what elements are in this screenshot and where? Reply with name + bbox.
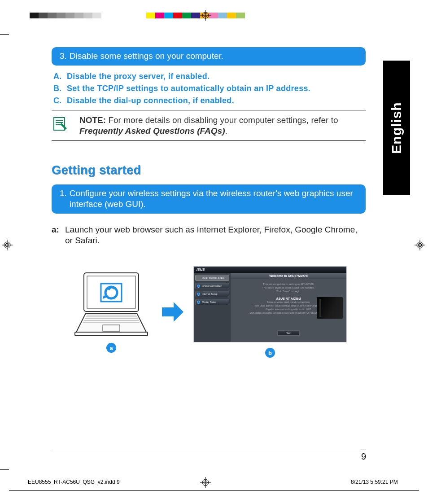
substep-a: A.Disable the proxy server, if enabled. (53, 72, 366, 81)
laptop-illustration (70, 271, 152, 337)
slug-file: EEU8555_RT-AC56U_QSG_v2.indd 9 (28, 479, 120, 485)
figure-a-badge: a (106, 343, 116, 353)
wizard-router-image (317, 297, 343, 319)
note-label: NOTE: (79, 115, 106, 125)
substep-b: B.Set the TCP/IP settings to automatical… (53, 84, 366, 93)
indesign-slug: EEU8555_RT-AC56U_QSG_v2.indd 9 8/21/13 5… (28, 479, 120, 485)
substep-list: A.Disable the proxy server, if enabled. … (53, 72, 366, 105)
step-3-text: Disable some settings on your computer. (70, 51, 358, 61)
step-3: 3. Disable some settings on your compute… (52, 47, 366, 66)
wizard-nav-item[interactable]: Quick Internet Setup (195, 275, 229, 281)
language-tab: English (383, 61, 410, 195)
step-1: 1. Configure your wireless settings via … (52, 184, 366, 214)
wizard-main: Welcome to Setup Wizard This wizard guid… (231, 273, 346, 342)
substep-1a-text: Launch your web browser such as Internet… (65, 224, 366, 246)
wizard-logo: /SUS (197, 267, 205, 272)
figure-b-badge: b (265, 348, 275, 358)
printer-color-bar (30, 13, 245, 18)
footer-rule (52, 449, 366, 449)
wizard-nav-item[interactable]: Internet Setup (195, 291, 229, 297)
wizard-sidebar: Quick Internet SetupCheck ConnectionInte… (194, 273, 231, 342)
arrow-icon (160, 299, 185, 324)
registration-mark-left (2, 240, 13, 250)
wizard-nav-item[interactable]: Router Setup (195, 299, 229, 305)
step-1-number: 1. (60, 188, 67, 210)
figure-a: a (70, 271, 152, 353)
registration-mark-right (415, 240, 425, 250)
setup-wizard-screenshot: /SUS Quick Internet SetupCheck Connectio… (193, 266, 347, 342)
substep-c: C.Disable the dial-up connection, if ena… (53, 96, 366, 105)
substep-1a: a: Launch your web browser such as Inter… (52, 224, 366, 246)
page-number: 9 (361, 450, 366, 462)
svg-rect-16 (54, 118, 65, 130)
step-3-number: 3. (60, 51, 67, 61)
slug-date: 8/21/13 5:59:21 PM (351, 479, 398, 485)
language-label: English (389, 102, 404, 153)
slug-line (9, 490, 419, 491)
figure-b: /SUS Quick Internet SetupCheck Connectio… (193, 266, 347, 358)
wizard-header: Welcome to Setup Wizard (231, 273, 346, 279)
note: NOTE: For more details on disabling your… (52, 110, 366, 141)
wizard-nav-item[interactable]: Check Connection (195, 283, 229, 289)
step-1-text: Configure your wireless settings via the… (70, 188, 358, 210)
section-getting-started: Getting started (52, 163, 366, 177)
substep-1a-label: a: (52, 224, 65, 246)
note-faq: Frequently Asked Questions (FAQs) (79, 126, 225, 136)
note-text: NOTE: For more details on disabling your… (79, 115, 366, 137)
svg-rect-21 (87, 276, 135, 308)
figure-row: a /SUS Quick Internet SetupCheck Connect… (52, 266, 366, 358)
crop-mark (0, 34, 9, 35)
wizard-next-button[interactable]: Next (277, 330, 300, 336)
registration-mark-bottom (200, 477, 211, 488)
page-content: 3. Disable some settings on your compute… (52, 47, 366, 358)
note-icon (52, 115, 79, 137)
svg-rect-29 (75, 332, 148, 336)
crop-mark (0, 469, 9, 470)
registration-mark-top (200, 10, 211, 21)
